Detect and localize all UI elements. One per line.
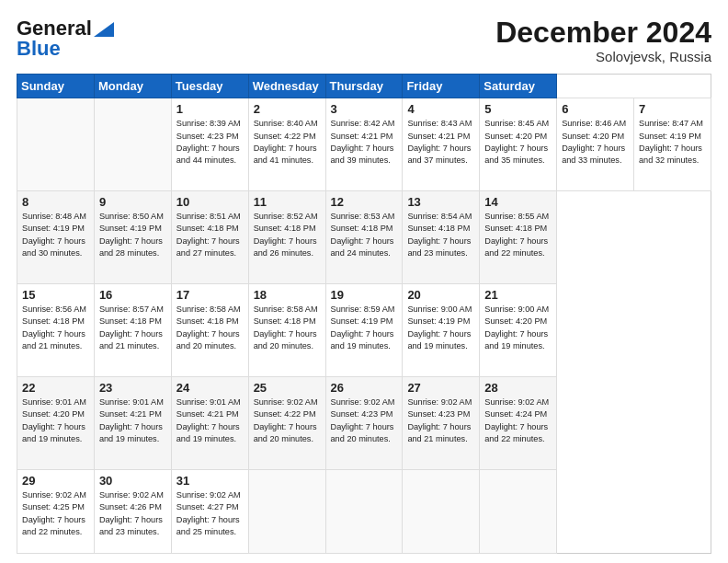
day-cell-23: 23Sunrise: 9:01 AMSunset: 4:21 PMDayligh… [94, 377, 171, 470]
day-info: Sunrise: 8:52 AMSunset: 4:18 PMDaylight:… [254, 211, 321, 259]
day-info: Sunrise: 9:02 AMSunset: 4:24 PMDaylight:… [484, 396, 552, 445]
month-title: December 2024 [495, 17, 711, 49]
day-cell-9: 9Sunrise: 8:50 AMSunset: 4:19 PMDaylight… [94, 191, 171, 284]
day-cell-4: 4Sunrise: 8:43 AMSunset: 4:21 PMDaylight… [403, 98, 480, 191]
day-cell-10: 10Sunrise: 8:51 AMSunset: 4:18 PMDayligh… [171, 191, 248, 284]
day-number: 15 [22, 288, 89, 302]
day-number: 3 [331, 102, 398, 116]
day-number: 29 [22, 474, 89, 488]
day-number: 19 [331, 288, 398, 302]
day-info: Sunrise: 9:02 AMSunset: 4:25 PMDaylight:… [22, 489, 89, 538]
day-cell-11: 11Sunrise: 8:52 AMSunset: 4:18 PMDayligh… [248, 191, 325, 284]
day-info: Sunrise: 8:50 AMSunset: 4:19 PMDaylight:… [99, 211, 166, 259]
day-number: 24 [176, 381, 244, 395]
day-cell-5: 5Sunrise: 8:45 AMSunset: 4:20 PMDaylight… [480, 98, 557, 191]
day-cell-15: 15Sunrise: 8:56 AMSunset: 4:18 PMDayligh… [17, 284, 95, 377]
header-row: SundayMondayTuesdayWednesdayThursdayFrid… [17, 75, 711, 98]
day-cell-29: 29Sunrise: 9:02 AMSunset: 4:25 PMDayligh… [17, 469, 95, 553]
day-info: Sunrise: 8:40 AMSunset: 4:22 PMDaylight:… [254, 118, 321, 167]
day-number: 13 [407, 195, 474, 209]
day-cell-16: 16Sunrise: 8:57 AMSunset: 4:18 PMDayligh… [94, 284, 171, 377]
day-cell-2: 2Sunrise: 8:40 AMSunset: 4:22 PMDaylight… [248, 98, 325, 191]
day-info: Sunrise: 9:00 AMSunset: 4:19 PMDaylight:… [407, 304, 474, 352]
day-cell-27: 27Sunrise: 9:02 AMSunset: 4:23 PMDayligh… [403, 377, 480, 470]
day-info: Sunrise: 9:02 AMSunset: 4:27 PMDaylight:… [176, 489, 244, 538]
day-info: Sunrise: 9:02 AMSunset: 4:26 PMDaylight:… [99, 489, 166, 538]
day-info: Sunrise: 9:00 AMSunset: 4:20 PMDaylight:… [484, 304, 552, 352]
day-number: 30 [99, 474, 166, 488]
calendar-table: SundayMondayTuesdayWednesdayThursdayFrid… [17, 74, 711, 554]
weekday-header-saturday: Saturday [480, 75, 557, 98]
day-number: 9 [99, 195, 166, 209]
day-number: 1 [176, 102, 244, 116]
empty-cell [17, 98, 95, 191]
day-number: 5 [484, 102, 552, 116]
day-info: Sunrise: 8:54 AMSunset: 4:18 PMDaylight:… [407, 211, 474, 259]
day-number: 4 [407, 102, 474, 116]
day-number: 12 [331, 195, 398, 209]
logo-icon [94, 22, 114, 37]
day-number: 10 [176, 195, 244, 209]
day-cell-28: 28Sunrise: 9:02 AMSunset: 4:24 PMDayligh… [480, 377, 557, 470]
day-number: 28 [484, 381, 552, 395]
weekday-header-sunday: Sunday [17, 75, 95, 98]
header: General Blue December 2024 Solovjevsk, R… [17, 17, 711, 64]
title-area: December 2024 Solovjevsk, Russia [495, 17, 711, 64]
weekday-header-thursday: Thursday [325, 75, 403, 98]
day-info: Sunrise: 8:56 AMSunset: 4:18 PMDaylight:… [22, 304, 89, 352]
empty-cell [403, 469, 480, 553]
day-info: Sunrise: 8:58 AMSunset: 4:18 PMDaylight:… [176, 304, 244, 352]
day-number: 7 [639, 102, 706, 116]
day-info: Sunrise: 8:42 AMSunset: 4:21 PMDaylight:… [331, 118, 398, 167]
day-info: Sunrise: 9:02 AMSunset: 4:23 PMDaylight:… [331, 396, 398, 445]
logo-blue: Blue [17, 37, 61, 61]
day-info: Sunrise: 8:55 AMSunset: 4:18 PMDaylight:… [484, 211, 552, 259]
empty-cell [325, 469, 403, 553]
day-cell-7: 7Sunrise: 8:47 AMSunset: 4:19 PMDaylight… [634, 98, 711, 191]
day-cell-31: 31Sunrise: 9:02 AMSunset: 4:27 PMDayligh… [171, 469, 248, 553]
weekday-header-friday: Friday [403, 75, 480, 98]
day-info: Sunrise: 8:39 AMSunset: 4:23 PMDaylight:… [176, 118, 244, 167]
day-cell-21: 21Sunrise: 9:00 AMSunset: 4:20 PMDayligh… [480, 284, 557, 377]
day-number: 14 [484, 195, 552, 209]
day-number: 23 [99, 381, 166, 395]
day-number: 17 [176, 288, 244, 302]
day-cell-24: 24Sunrise: 9:01 AMSunset: 4:21 PMDayligh… [171, 377, 248, 470]
day-cell-14: 14Sunrise: 8:55 AMSunset: 4:18 PMDayligh… [480, 191, 557, 284]
day-number: 26 [331, 381, 398, 395]
day-number: 27 [407, 381, 474, 395]
day-cell-6: 6Sunrise: 8:46 AMSunset: 4:20 PMDaylight… [557, 98, 634, 191]
day-cell-19: 19Sunrise: 8:59 AMSunset: 4:19 PMDayligh… [325, 284, 403, 377]
day-info: Sunrise: 8:47 AMSunset: 4:19 PMDaylight:… [639, 118, 706, 167]
day-cell-13: 13Sunrise: 8:54 AMSunset: 4:18 PMDayligh… [403, 191, 480, 284]
day-info: Sunrise: 8:46 AMSunset: 4:20 PMDaylight:… [562, 118, 629, 167]
weekday-header-wednesday: Wednesday [248, 75, 325, 98]
day-number: 2 [254, 102, 321, 116]
day-number: 16 [99, 288, 166, 302]
day-cell-17: 17Sunrise: 8:58 AMSunset: 4:18 PMDayligh… [171, 284, 248, 377]
day-cell-25: 25Sunrise: 9:02 AMSunset: 4:22 PMDayligh… [248, 377, 325, 470]
day-info: Sunrise: 8:43 AMSunset: 4:21 PMDaylight:… [407, 118, 474, 167]
day-number: 22 [22, 381, 89, 395]
day-info: Sunrise: 8:59 AMSunset: 4:19 PMDaylight:… [331, 304, 398, 352]
day-info: Sunrise: 9:01 AMSunset: 4:21 PMDaylight:… [99, 396, 166, 445]
day-info: Sunrise: 9:01 AMSunset: 4:20 PMDaylight:… [22, 396, 89, 445]
day-info: Sunrise: 8:53 AMSunset: 4:18 PMDaylight:… [331, 211, 398, 259]
day-cell-22: 22Sunrise: 9:01 AMSunset: 4:20 PMDayligh… [17, 377, 95, 470]
svg-marker-0 [94, 22, 114, 37]
logo: General Blue [17, 17, 114, 61]
day-number: 20 [407, 288, 474, 302]
day-info: Sunrise: 8:48 AMSunset: 4:19 PMDaylight:… [22, 211, 89, 259]
day-cell-20: 20Sunrise: 9:00 AMSunset: 4:19 PMDayligh… [403, 284, 480, 377]
day-cell-26: 26Sunrise: 9:02 AMSunset: 4:23 PMDayligh… [325, 377, 403, 470]
day-cell-30: 30Sunrise: 9:02 AMSunset: 4:26 PMDayligh… [94, 469, 171, 553]
weekday-header-monday: Monday [94, 75, 171, 98]
day-cell-8: 8Sunrise: 8:48 AMSunset: 4:19 PMDaylight… [17, 191, 95, 284]
day-number: 18 [254, 288, 321, 302]
day-number: 11 [254, 195, 321, 209]
day-info: Sunrise: 8:57 AMSunset: 4:18 PMDaylight:… [99, 304, 166, 352]
day-number: 6 [562, 102, 629, 116]
day-info: Sunrise: 8:45 AMSunset: 4:20 PMDaylight:… [484, 118, 552, 167]
day-info: Sunrise: 9:02 AMSunset: 4:22 PMDaylight:… [254, 396, 321, 445]
day-cell-18: 18Sunrise: 8:58 AMSunset: 4:18 PMDayligh… [248, 284, 325, 377]
